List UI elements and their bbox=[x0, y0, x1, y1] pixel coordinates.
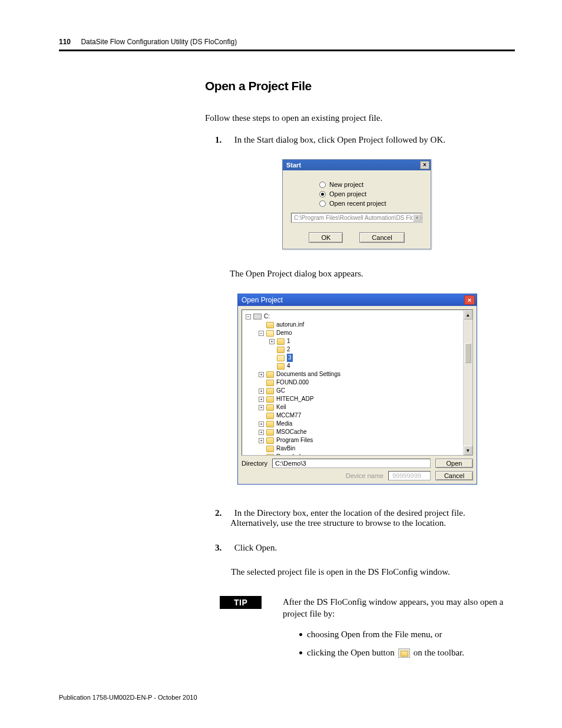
device-name-label: Device name bbox=[346, 472, 384, 479]
recent-path-field[interactable]: C:\Program Files\Rockwell Automation\DS … bbox=[291, 213, 422, 223]
result-text: The selected project file is open in the… bbox=[231, 567, 450, 577]
cancel-button[interactable]: Cancel bbox=[435, 471, 473, 480]
tip-bullet-2: clicking the Open button on the toolbar. bbox=[299, 648, 464, 658]
step-1-text: In the Start dialog box, click Open Proj… bbox=[234, 135, 445, 144]
start-dialog-body: New project Open project Open recent pro… bbox=[283, 170, 431, 249]
section-title: Open a Project File bbox=[205, 79, 312, 93]
scrollbar[interactable]: ▴ ▾ bbox=[463, 310, 472, 455]
folder-icon bbox=[266, 330, 274, 337]
tree-item[interactable]: +Program Files bbox=[246, 436, 472, 444]
step-1-number: 1. bbox=[215, 135, 222, 144]
intro-text: Follow these steps to open an existing p… bbox=[205, 113, 382, 123]
after-start-text: The Open Project dialog box appears. bbox=[230, 269, 363, 279]
tree-drive-c[interactable]: −C: bbox=[246, 312, 472, 321]
folder-icon bbox=[266, 421, 274, 427]
folder-tree[interactable]: −C: autorun.inf −Demo +1 2 3 4 +Document… bbox=[242, 309, 473, 456]
radio-icon bbox=[319, 182, 326, 188]
tree-item[interactable]: RavBin bbox=[246, 444, 472, 453]
radio-open-project[interactable]: Open project bbox=[319, 190, 422, 197]
radio-open-recent[interactable]: Open recent project bbox=[319, 200, 422, 207]
directory-label: Directory bbox=[242, 460, 267, 467]
folder-icon bbox=[266, 437, 274, 444]
header-title: DataSite Flow Configuration Utility (DS … bbox=[81, 38, 237, 46]
step-3-number: 3. bbox=[215, 543, 222, 552]
folder-icon bbox=[277, 363, 285, 370]
cancel-button[interactable]: Cancel bbox=[359, 232, 404, 243]
close-icon[interactable]: × bbox=[464, 295, 475, 305]
folder-icon bbox=[266, 446, 274, 452]
bullet-icon bbox=[299, 651, 302, 654]
folder-icon bbox=[277, 347, 285, 353]
tree-item[interactable]: −Demo bbox=[246, 329, 472, 337]
tree-item[interactable]: +Keil bbox=[246, 403, 472, 411]
device-name-field: 99999999 bbox=[388, 471, 431, 480]
step-2-text-a: In the Directory box, enter the location… bbox=[234, 508, 465, 518]
radio-icon bbox=[319, 191, 326, 197]
drive-icon bbox=[253, 314, 262, 319]
page-footer: Publication 1758-UM002D-EN-P - October 2… bbox=[59, 694, 197, 701]
folder-icon bbox=[266, 396, 274, 403]
open-dialog-title: Open Project × bbox=[238, 294, 477, 306]
tree-item[interactable]: FOUND.000 bbox=[246, 378, 472, 387]
tree-item[interactable]: Recycled bbox=[246, 453, 472, 456]
folder-icon bbox=[266, 454, 274, 456]
folder-icon bbox=[266, 404, 274, 411]
start-dialog: Start × New project Open project Open re… bbox=[282, 159, 431, 249]
folder-icon bbox=[266, 413, 274, 419]
ok-button[interactable]: OK bbox=[309, 232, 343, 243]
tree-item[interactable]: 2 bbox=[246, 345, 472, 354]
tip-bullets: choosing Open from the File menu, or cli… bbox=[299, 630, 464, 666]
open-project-dialog: Open Project × −C: autorun.inf −Demo +1 … bbox=[237, 294, 477, 485]
step-2-number: 2. bbox=[215, 508, 222, 518]
open-dialog-body: −C: autorun.inf −Demo +1 2 3 4 +Document… bbox=[238, 306, 477, 484]
step-1: 1. In the Start dialog box, click Open P… bbox=[215, 135, 445, 145]
tip-badge: TIP bbox=[220, 596, 262, 609]
step-2-text-b: Alternatively, use the tree structure to… bbox=[230, 518, 515, 528]
tree-item[interactable]: +HITECH_ADP bbox=[246, 395, 472, 403]
tree-item[interactable]: MCCM77 bbox=[246, 411, 472, 420]
step-3-text: Click Open. bbox=[234, 543, 277, 552]
folder-icon bbox=[266, 388, 274, 394]
tree-item[interactable]: 4 bbox=[246, 362, 472, 370]
folder-icon bbox=[266, 380, 274, 386]
scroll-up-icon[interactable]: ▴ bbox=[464, 310, 472, 319]
start-dialog-title: Start × bbox=[283, 160, 431, 170]
step-2: 2. In the Directory box, enter the locat… bbox=[215, 508, 515, 528]
tree-item[interactable]: +GC bbox=[246, 387, 472, 395]
open-button[interactable]: Open bbox=[435, 459, 473, 468]
page-header: 110 DataSite Flow Configuration Utility … bbox=[59, 38, 515, 51]
step-3: 3. Click Open. bbox=[215, 543, 277, 553]
tip-text: After the DS FloConfig window appears, y… bbox=[283, 596, 515, 620]
radio-icon bbox=[319, 200, 326, 207]
tree-item-selected[interactable]: 3 bbox=[246, 354, 472, 362]
bullet-icon bbox=[299, 633, 302, 636]
folder-icon bbox=[277, 355, 285, 361]
dropdown-icon[interactable]: ▾ bbox=[413, 214, 421, 222]
tip-bullet-1: choosing Open from the File menu, or bbox=[299, 630, 464, 640]
folder-icon bbox=[266, 322, 274, 328]
directory-input[interactable]: C:\Demo\3 bbox=[272, 459, 431, 468]
tree-item[interactable]: +Media bbox=[246, 420, 472, 428]
page-number: 110 bbox=[59, 38, 71, 46]
close-icon[interactable]: × bbox=[420, 161, 429, 169]
folder-icon bbox=[266, 371, 274, 378]
scroll-down-icon[interactable]: ▾ bbox=[464, 446, 472, 455]
tree-item[interactable]: +1 bbox=[246, 337, 472, 345]
radio-new-project[interactable]: New project bbox=[319, 181, 422, 188]
open-toolbar-icon bbox=[398, 648, 410, 658]
tree-item[interactable]: autorun.inf bbox=[246, 321, 472, 329]
folder-icon bbox=[266, 429, 274, 436]
tree-item[interactable]: +Documents and Settings bbox=[246, 370, 472, 378]
tree-item[interactable]: +MSOCache bbox=[246, 428, 472, 436]
folder-icon bbox=[277, 338, 285, 345]
scroll-thumb[interactable] bbox=[465, 343, 471, 363]
